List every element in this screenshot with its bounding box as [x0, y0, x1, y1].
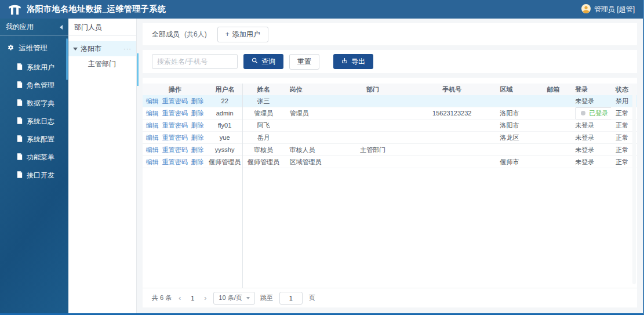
- sidebar-item-system-logs[interactable]: 系统日志: [0, 113, 68, 131]
- logged-in-tag[interactable]: 已登录: [575, 107, 611, 120]
- reset-password-link[interactable]: 重置密码: [162, 109, 188, 118]
- row-actions: 编辑重置密码删除: [143, 121, 208, 130]
- page-size-select[interactable]: 10 条/页: [213, 292, 254, 305]
- app-title: 洛阳市地名地址数据_运维管理子系统: [27, 4, 166, 15]
- file-icon: [17, 135, 23, 144]
- tree-node-luoyang[interactable]: 洛阳市 ···: [68, 41, 136, 56]
- collapse-sidebar-icon[interactable]: [60, 25, 63, 30]
- tree-node-more-icon[interactable]: ···: [123, 45, 132, 52]
- main-content: 全部成员 (共6人) + 添加用户 查询 重置: [137, 19, 643, 313]
- department-panel: 部门人员 洛阳市 ··· 主管部门: [68, 19, 137, 313]
- edit-link[interactable]: 编辑: [146, 109, 159, 118]
- column-header-position: 岗位: [285, 85, 337, 94]
- department-cell: 主管部门: [337, 146, 409, 154]
- app-window: 洛阳市地名地址数据_运维管理子系统 管理员 [超管] 我的应用: [0, 0, 644, 315]
- delete-link[interactable]: 删除: [191, 133, 204, 142]
- table-row[interactable]: 编辑重置密码删除yysshy审核员审核人员主管部门未登录正常: [143, 144, 637, 156]
- members-toolbar: 全部成员 (共6人) + 添加用户: [143, 23, 637, 45]
- name-cell: 岳月: [242, 133, 285, 142]
- jump-page-input[interactable]: [279, 292, 303, 305]
- row-actions: 编辑重置密码删除: [143, 133, 208, 142]
- table-row[interactable]: 编辑重置密码删除yue岳月洛龙区未登录正常: [143, 132, 637, 144]
- reset-password-link[interactable]: 重置密码: [162, 133, 188, 142]
- next-page-button[interactable]: ›: [202, 294, 208, 302]
- add-user-button[interactable]: + 添加用户: [217, 27, 268, 42]
- delete-link[interactable]: 删除: [191, 146, 204, 154]
- page-unit-label: 页: [309, 294, 315, 302]
- file-icon: [17, 117, 23, 126]
- position-cell: 区域管理员: [285, 158, 337, 166]
- panel-scrollbar-thumb[interactable]: [137, 53, 139, 86]
- tree-expand-caret-icon[interactable]: [73, 48, 78, 50]
- reset-password-link[interactable]: 重置密码: [162, 97, 188, 106]
- tree-node-supervising-dept[interactable]: 主管部门: [68, 56, 136, 71]
- sidebar-item-label: 功能菜单: [27, 153, 54, 162]
- sidebar-group-ops[interactable]: 运维管理: [0, 36, 68, 59]
- query-button[interactable]: 查询: [243, 54, 283, 69]
- reset-password-link[interactable]: 重置密码: [162, 121, 188, 130]
- sidebar-scrollbar-thumb[interactable]: [66, 38, 68, 80]
- column-header-username: 用户名: [208, 85, 242, 94]
- delete-link[interactable]: 删除: [191, 97, 204, 106]
- edit-link[interactable]: 编辑: [146, 146, 159, 154]
- delete-link[interactable]: 删除: [191, 109, 204, 118]
- sidebar-item-role-management[interactable]: 角色管理: [0, 77, 68, 95]
- login-cell: 未登录: [570, 97, 611, 106]
- row-actions: 编辑重置密码删除: [143, 146, 208, 154]
- username-cell: 偃师管理员: [208, 158, 242, 166]
- pagination-bar: 共 6 条 ‹ 1 › 10 条/页 跳至 页: [143, 288, 637, 307]
- delete-link[interactable]: 删除: [191, 121, 204, 130]
- members-count: (共6人): [184, 30, 207, 39]
- username-cell: fly01: [208, 122, 242, 129]
- search-input[interactable]: [152, 54, 238, 69]
- export-button[interactable]: 导出: [333, 54, 373, 69]
- name-cell: 张三: [242, 97, 285, 106]
- file-icon: [17, 153, 23, 162]
- reset-password-link[interactable]: 重置密码: [162, 146, 188, 154]
- current-page-number[interactable]: 1: [188, 295, 197, 302]
- reset-button[interactable]: 重置: [289, 54, 319, 70]
- query-button-label: 查询: [261, 57, 275, 67]
- table-row[interactable]: 编辑重置密码删除fly01阿飞洛阳市未登录正常: [143, 120, 637, 132]
- name-cell: 阿飞: [242, 121, 285, 130]
- my-apps-bar[interactable]: 我的应用: [0, 19, 68, 36]
- region-cell: 洛阳市: [496, 121, 536, 130]
- sidebar-item-function-menu[interactable]: 功能菜单: [0, 149, 68, 166]
- sidebar-item-system-config[interactable]: 系统配置: [0, 131, 68, 149]
- reset-password-link[interactable]: 重置密码: [162, 158, 188, 166]
- edit-link[interactable]: 编辑: [146, 121, 159, 130]
- sidebar-item-system-users[interactable]: 系统用户: [0, 59, 68, 77]
- header-user-area[interactable]: 管理员 [超管]: [581, 4, 635, 15]
- table-scrollbar-track[interactable]: [632, 85, 636, 284]
- plus-icon: +: [225, 30, 230, 38]
- edit-link[interactable]: 编辑: [146, 97, 159, 106]
- sidebar: 我的应用 运维管理 系统用户 角色管理 数据字典: [0, 19, 68, 313]
- file-icon: [17, 81, 23, 90]
- edit-link[interactable]: 编辑: [146, 158, 159, 166]
- sidebar-item-label: 数据字典: [27, 99, 54, 108]
- jump-to-label: 跳至: [260, 294, 273, 302]
- file-icon: [17, 99, 23, 108]
- name-cell: 管理员: [242, 109, 285, 118]
- delete-link[interactable]: 删除: [191, 158, 204, 166]
- table-row[interactable]: 编辑重置密码删除偃师管理员偃师管理员区域管理员偃师市未登录正常: [143, 156, 637, 168]
- row-actions: 编辑重置密码删除: [143, 97, 208, 106]
- tree-child-label: 主管部门: [88, 60, 116, 68]
- my-apps-label: 我的应用: [6, 22, 34, 32]
- login-cell: 未登录: [570, 146, 611, 154]
- top-header: 洛阳市地名地址数据_运维管理子系统 管理员 [超管]: [0, 0, 643, 19]
- sidebar-item-label: 系统日志: [27, 117, 54, 126]
- sidebar-item-label: 系统用户: [27, 63, 54, 73]
- table-row[interactable]: 编辑重置密码删除22张三未登录禁用: [143, 95, 637, 107]
- phone-cell: 15623123232: [409, 110, 496, 117]
- sidebar-item-api-development[interactable]: 接口开发: [0, 166, 68, 184]
- edit-link[interactable]: 编辑: [146, 133, 159, 142]
- file-icon: [17, 171, 23, 180]
- sidebar-item-data-dictionary[interactable]: 数据字典: [0, 95, 68, 113]
- prev-page-button[interactable]: ‹: [177, 294, 183, 302]
- gear-icon: [7, 44, 14, 53]
- login-cell: 未登录: [570, 133, 611, 142]
- table-row[interactable]: 编辑重置密码删除admin管理员管理员15623123232洛阳市已登录正常: [143, 107, 637, 120]
- search-icon: [252, 57, 258, 66]
- export-button-label: 导出: [351, 57, 365, 67]
